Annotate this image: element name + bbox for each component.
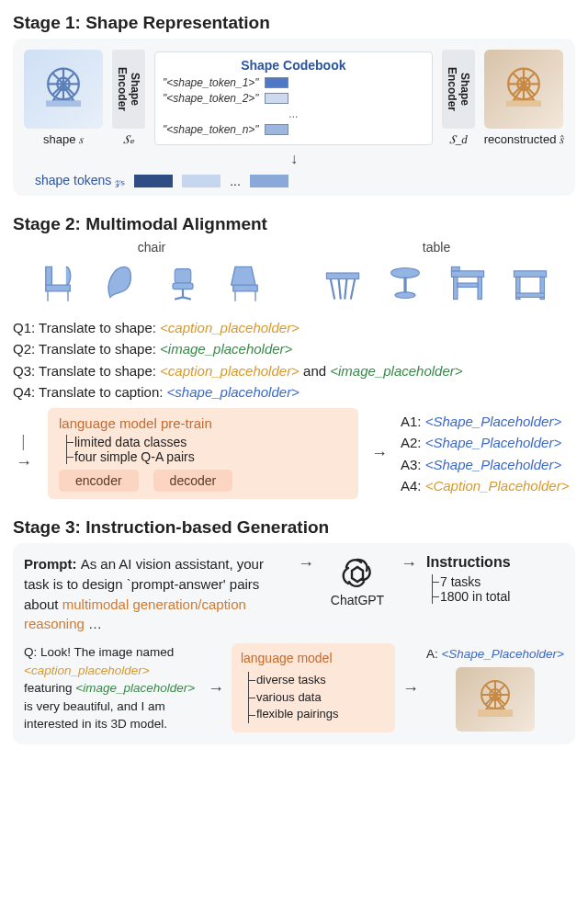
shape-tokens-label: shape tokens 𝓏ₛ: [35, 173, 125, 188]
table-group-label: table: [423, 240, 450, 255]
stage3-q-text: Q: Look! The image named <caption_placeh…: [24, 643, 200, 733]
input-shape-thumb: [24, 50, 103, 129]
chair-icon: [31, 256, 85, 310]
lm2-item: various data: [256, 689, 386, 707]
lm-item: limited data classes: [74, 435, 347, 449]
output-shape-thumb: [484, 50, 563, 129]
svg-rect-29: [516, 293, 545, 297]
a2-line: A2: <Shape_Placeholder>: [401, 432, 575, 453]
chair-icon: [219, 256, 272, 310]
down-arrow-icon: ↓: [24, 151, 564, 167]
a1-line: A1: <Shape_Placeholder>: [401, 411, 575, 432]
result-shape-thumb: [456, 667, 535, 732]
table-icon: [316, 256, 369, 310]
right-arrow-icon: →: [298, 554, 314, 573]
shape-encoder-block: Shape Encoder: [112, 50, 145, 129]
q3-line: Q3: Translate to shape: <caption_placeho…: [13, 360, 575, 381]
lm2-item: flexible pairings: [256, 706, 386, 723]
svg-rect-6: [46, 100, 81, 107]
lm-pretrain-box: language model pre-train limited data cl…: [48, 408, 358, 499]
lm2-title: language model: [241, 649, 386, 667]
svg-rect-21: [451, 271, 483, 278]
stage1-title: Stage 1: Shape Representation: [13, 13, 575, 33]
stage3-answer: A: <Shape_Placeholder>: [426, 645, 564, 664]
stage3-title: Stage 3: Instruction-based Generation: [13, 517, 575, 538]
prompt-text: Prompt: As an AI vision assistant, your …: [24, 554, 288, 634]
right-arrow-icon: →: [208, 676, 224, 700]
shape-decoder-block: Shape Encoder: [442, 50, 475, 129]
lm-box-stage3: language model diverse tasks various dat…: [232, 643, 395, 732]
output-shape-label: reconstructed 𝑠̂: [484, 132, 564, 147]
input-shape-label: shape 𝑠: [24, 132, 103, 147]
token-swatch-icon: [265, 93, 288, 104]
tokens-ellipsis: ...: [230, 174, 241, 188]
svg-rect-26: [514, 271, 546, 278]
svg-point-18: [391, 268, 420, 278]
decoder-subbox: decoder: [153, 470, 233, 492]
chair-icon: [94, 256, 147, 310]
svg-rect-14: [175, 269, 191, 283]
right-arrow-icon: →: [16, 453, 32, 472]
input-shape-block: shape 𝑠: [24, 50, 103, 147]
codebook-entry: "<shape_token_1>": [163, 76, 259, 89]
shape-codebook: Shape Codebook "<shape_token_1>" "<shape…: [154, 51, 433, 145]
svg-rect-24: [478, 277, 481, 299]
q1-line: Q1: Translate to shape: <caption_placeho…: [13, 317, 575, 338]
a3-line: A3: <Shape_Placeholder>: [401, 454, 575, 475]
right-arrow-icon: →: [371, 444, 388, 463]
token-swatch-icon: [265, 77, 288, 88]
svg-rect-15: [173, 283, 193, 289]
instr-item: 1800 in total: [440, 589, 564, 604]
chatgpt-icon: [339, 554, 376, 591]
table-icon: [441, 256, 494, 310]
q4-line: Q4: Translate to caption: <shape_placeho…: [13, 381, 575, 403]
stage2-title: Stage 2: Multimodal Alignment: [13, 214, 575, 234]
svg-rect-23: [454, 277, 458, 299]
lm-item: four simple Q-A pairs: [74, 449, 347, 464]
right-arrow-icon: →: [401, 554, 417, 573]
q2-line: Q2: Translate to shape: <image_placehold…: [13, 338, 575, 359]
chair-icon: [156, 256, 209, 310]
down-arrow-icon: │: [20, 435, 28, 449]
instructions-title: Instructions: [426, 554, 564, 571]
a4-line: A4: <Caption_Placeholder>: [401, 475, 575, 496]
svg-rect-22: [451, 267, 459, 270]
codebook-title: Shape Codebook: [163, 58, 424, 73]
instr-item: 7 tasks: [440, 574, 564, 589]
codebook-entry: "<shape_token_2>": [163, 92, 259, 105]
table-icon: [379, 256, 432, 310]
token-swatch-icon: [182, 175, 220, 187]
encoder-symbol: 𝑆ₑ: [123, 132, 134, 147]
svg-rect-25: [458, 283, 478, 287]
ferris-wheel-icon: [38, 63, 89, 115]
token-swatch-icon: [250, 175, 288, 187]
codebook-ellipsis: ...: [163, 108, 424, 120]
codebook-entry: "<shape_token_n>": [163, 123, 259, 136]
lm2-item: diverse tasks: [256, 672, 386, 689]
decoder-symbol: 𝑆_d: [449, 132, 468, 147]
right-arrow-icon: →: [402, 676, 419, 700]
stage1-panel: shape 𝑠 Shape Encoder 𝑆ₑ Shape Codebook …: [13, 39, 575, 196]
token-swatch-icon: [134, 175, 173, 187]
ferris-wheel-icon: [498, 63, 549, 115]
ferris-wheel-icon: [470, 676, 520, 722]
encoder-subbox: encoder: [59, 470, 139, 492]
token-swatch-icon: [265, 124, 288, 135]
chair-group-label: chair: [138, 240, 165, 255]
svg-rect-36: [478, 709, 513, 717]
table-icon: [503, 256, 557, 310]
svg-point-20: [395, 292, 415, 299]
lm-title: language model pre-train: [59, 415, 347, 431]
svg-rect-17: [326, 273, 358, 279]
chatgpt-label: ChatGPT: [331, 593, 384, 607]
svg-rect-13: [506, 100, 541, 107]
output-shape-block: reconstructed 𝑠̂: [484, 50, 564, 147]
